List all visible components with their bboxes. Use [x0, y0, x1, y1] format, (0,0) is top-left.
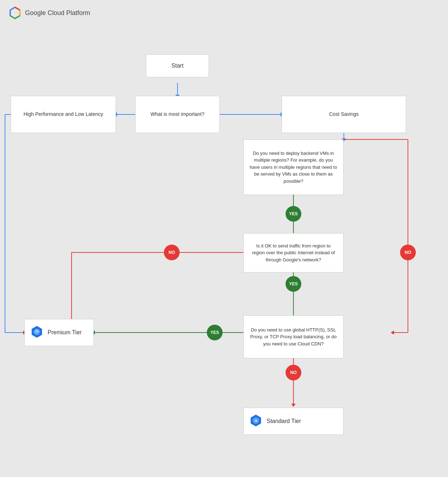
svg-marker-32	[291, 404, 296, 407]
svg-text:★: ★	[254, 419, 258, 423]
header: Google Cloud Platform	[0, 0, 448, 26]
premium-tier-label: Premium Tier	[48, 329, 82, 336]
start-box: Start	[146, 54, 209, 77]
no2-circle: NO	[400, 245, 416, 260]
question2-box: Do you need to deploy backend VMs in mul…	[243, 139, 344, 195]
premium-tier-icon: ⟳	[30, 325, 43, 340]
flow-lines	[0, 26, 448, 477]
no1-circle: NO	[164, 245, 180, 260]
gcp-logo-icon	[9, 6, 21, 19]
standard-tier-box: ★ Standard Tier	[243, 408, 344, 435]
no3-circle: NO	[286, 365, 301, 380]
yes3-circle: YES	[207, 325, 223, 340]
question3-box: Is it OK to send traffic from region to …	[243, 233, 344, 272]
premium-tier-box: ⟳ Premium Tier	[24, 319, 94, 346]
high-perf-box: High Performance and Low Latency	[11, 96, 116, 133]
svg-text:⟳: ⟳	[35, 329, 39, 334]
question4-box: Do you need to use global HTTP(S), SSL P…	[243, 315, 344, 358]
yes2-circle: YES	[286, 276, 301, 292]
cost-savings-box: Cost Savings	[282, 96, 406, 133]
question1-box: What is most important?	[135, 96, 220, 133]
standard-tier-label: Standard Tier	[267, 417, 301, 425]
header-title: Google Cloud Platform	[25, 9, 90, 17]
svg-marker-19	[391, 330, 394, 335]
yes1-circle: YES	[286, 206, 301, 222]
standard-tier-icon: ★	[249, 414, 262, 429]
diagram: Start What is most important? High Perfo…	[0, 26, 448, 477]
